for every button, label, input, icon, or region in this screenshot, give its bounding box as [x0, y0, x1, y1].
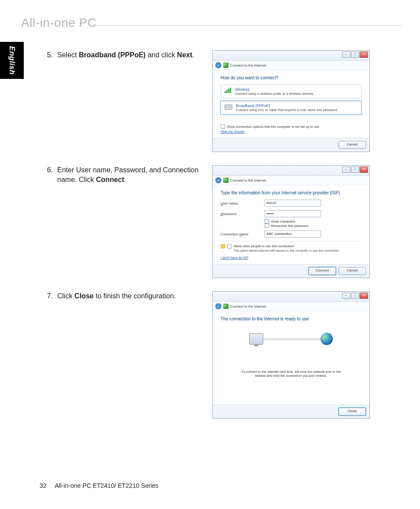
content-area: 5. Select Broadband (PPPoE) and click Ne…: [40, 50, 394, 432]
option-wireless-title: Wireless: [235, 87, 314, 92]
maximize-button[interactable]: □: [351, 293, 359, 299]
dialog2-titlebar: – □ ✕: [213, 166, 369, 176]
connect-button[interactable]: Connect: [309, 267, 336, 275]
header-rule: [92, 25, 402, 26]
allow-others-checkbox[interactable]: [227, 244, 232, 249]
dialog3-body: The connection to the Internet is ready …: [213, 311, 369, 405]
allow-others-label: Allow other people to use this connectio…: [234, 244, 294, 248]
maximize-button[interactable]: □: [351, 167, 359, 173]
dialog1-body: How do you want to connect? Wireless Con…: [213, 70, 369, 138]
password-row: Password: ••••••: [221, 210, 361, 217]
show-options-label: Show connection options that this comput…: [227, 125, 319, 129]
dialog2-body: Type the information from your Internet …: [213, 185, 369, 264]
connection-tip: To connect to the Internet next time, le…: [240, 370, 342, 378]
dialog3-footer: Close: [213, 405, 369, 418]
connection-name-input[interactable]: ABC connection: [265, 230, 321, 238]
page-footer: 32 All-in-one PC ET2410/ ET2210 Series: [40, 482, 158, 489]
step-7-body: Click Close to finish the configuration.: [57, 291, 207, 301]
step-7-number: 7.: [40, 291, 57, 301]
no-isp-link[interactable]: I don't have an ISP: [221, 256, 248, 260]
series-label: All-in-one PC ET2410/ ET2210 Series: [55, 482, 158, 489]
step-7-row: 7. Click Close to finish the configurati…: [40, 291, 394, 419]
language-label: English: [7, 46, 16, 75]
globe-icon: [321, 333, 333, 345]
modem-icon: [225, 104, 232, 110]
username-label: User name:: [221, 201, 260, 205]
shield-icon: [221, 244, 225, 249]
remember-label: Remember this password: [271, 224, 308, 228]
close-button[interactable]: ✕: [360, 167, 368, 173]
help-me-choose-link[interactable]: Help me choose: [221, 130, 244, 134]
step-7-text: 7. Click Close to finish the configurati…: [40, 291, 212, 301]
show-options-checkbox[interactable]: [221, 124, 225, 129]
wifi-icon: [225, 88, 232, 93]
minimize-button[interactable]: –: [342, 167, 350, 173]
step-5-number: 5.: [40, 50, 57, 60]
dialog1-cancel-button[interactable]: Cancel: [339, 141, 366, 149]
option-broadband[interactable]: Broadband (PPPoE) Connect using DSL or c…: [221, 101, 361, 115]
window-buttons: – □ ✕: [342, 52, 368, 58]
show-chars-checkbox[interactable]: [265, 219, 269, 223]
show-chars-row: Show characters: [265, 219, 361, 223]
step-5-row: 5. Select Broadband (PPPoE) and click Ne…: [40, 50, 394, 152]
dialog3-heading: The connection to the Internet is ready …: [221, 316, 361, 321]
close-button[interactable]: ✕: [360, 52, 368, 58]
password-label: Password:: [221, 212, 260, 216]
dialog-connect-options: – □ ✕ ← Connect to the Internet How do y…: [212, 50, 370, 152]
back-icon[interactable]: ←: [215, 303, 221, 309]
step-6-number: 6.: [40, 165, 57, 184]
option-broadband-title: Broadband (PPPoE): [236, 104, 338, 108]
window-buttons: – □ ✕: [342, 167, 368, 173]
close-dialog-button[interactable]: Close: [339, 408, 366, 416]
computer-icon: [249, 333, 263, 345]
dialog-ready: – □ ✕ ← Connect to the Internet The conn…: [212, 291, 370, 419]
username-input[interactable]: ASUS: [265, 200, 321, 207]
minimize-button[interactable]: –: [342, 52, 350, 58]
separator: [221, 241, 361, 241]
remember-row: Remember this password: [265, 223, 361, 228]
option-wireless-desc: Connect using a wireless router or a wir…: [235, 92, 314, 96]
step-5-body: Select Broadband (PPPoE) and click Next.: [57, 50, 207, 60]
connection-name-label: Connection name:: [221, 232, 260, 236]
dialog2-nav-title: Connect to the Internet: [230, 178, 266, 182]
network-icon: [223, 63, 228, 68]
option-broadband-desc: Connect using DSL or cable that requires…: [236, 108, 338, 112]
back-icon[interactable]: ←: [215, 177, 221, 183]
dialog1-footer: Cancel: [213, 138, 369, 152]
option-wireless[interactable]: Wireless Connect using a wireless router…: [221, 85, 361, 98]
step-6-body: Enter User name, Password, and Connectio…: [57, 165, 207, 184]
step-6-text: 6. Enter User name, Password, and Connec…: [40, 165, 212, 184]
password-input[interactable]: ••••••: [265, 210, 321, 217]
network-icon: [223, 304, 228, 309]
step-5-text: 5. Select Broadband (PPPoE) and click Ne…: [40, 50, 212, 60]
connection-line-icon: [263, 339, 321, 339]
dialog3-nav-title: Connect to the Internet: [230, 305, 266, 308]
allow-others-row: Allow other people to use this connectio…: [221, 244, 361, 249]
minimize-button[interactable]: –: [342, 293, 350, 299]
close-button[interactable]: ✕: [360, 293, 368, 299]
dialog3-titlebar: – □ ✕: [213, 292, 369, 302]
window-buttons: – □ ✕: [342, 293, 368, 299]
dialog2-heading: Type the information from your Internet …: [221, 190, 361, 195]
show-options-row: Show connection options that this comput…: [221, 124, 361, 129]
show-chars-label: Show characters: [271, 219, 295, 223]
allow-others-desc: This option allows anyone with access to…: [233, 249, 361, 252]
remember-checkbox[interactable]: [265, 223, 269, 228]
dialog2-cancel-button[interactable]: Cancel: [339, 267, 366, 275]
connection-graphic: [221, 326, 361, 352]
back-icon[interactable]: ←: [215, 62, 221, 68]
dialog1-nav: ← Connect to the Internet: [213, 61, 369, 70]
connection-name-row: Connection name: ABC connection: [221, 230, 361, 238]
dialog1-titlebar: – □ ✕: [213, 51, 369, 61]
maximize-button[interactable]: □: [351, 52, 359, 58]
dialog1-heading: How do you want to connect?: [221, 75, 361, 80]
dialog3-nav: ← Connect to the Internet: [213, 302, 369, 311]
username-row: User name: ASUS: [221, 200, 361, 207]
step-6-row: 6. Enter User name, Password, and Connec…: [40, 165, 394, 278]
network-icon: [223, 178, 228, 183]
dialog2-nav: ← Connect to the Internet: [213, 176, 369, 185]
dialog2-footer: Connect Cancel: [213, 264, 369, 278]
language-tab: English: [0, 42, 24, 79]
page-header: All-in-one PC: [0, 18, 420, 32]
page-number: 32: [40, 482, 47, 489]
